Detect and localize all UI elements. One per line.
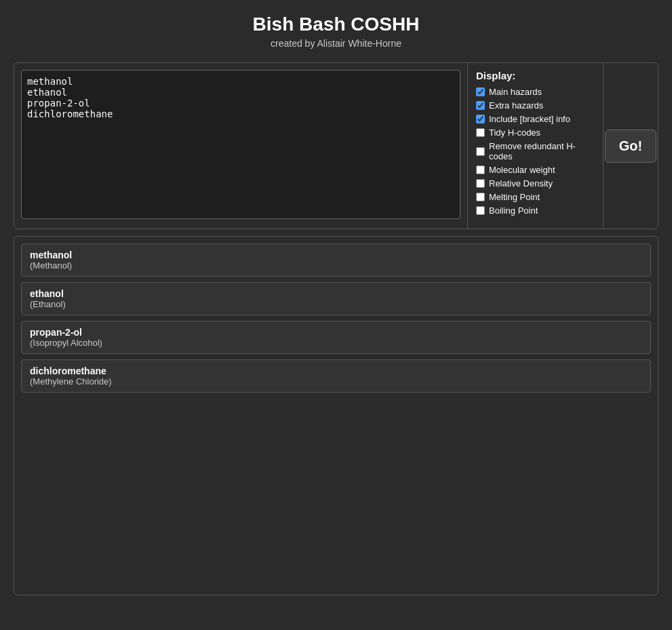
molecular-weight-label[interactable]: Molecular weight: [489, 165, 555, 175]
display-options-panel: Display: Main hazards Extra hazards Incl…: [468, 63, 604, 229]
extra-hazards-checkbox[interactable]: [476, 101, 485, 110]
relative-density-checkbox[interactable]: [476, 179, 485, 188]
checkbox-row-melting-point: Melting Point: [476, 192, 595, 202]
tidy-hcodes-label[interactable]: Tidy H-codes: [489, 127, 540, 138]
chemical-alias-ethanol: (Ethanol): [30, 299, 642, 309]
top-panel: methanol ethanol propan-2-ol dichloromet…: [14, 62, 658, 229]
result-item-dichloromethane: dichloromethane (Methylene Chloride): [21, 359, 651, 393]
molecular-weight-checkbox[interactable]: [476, 165, 485, 174]
extra-hazards-label[interactable]: Extra hazards: [489, 100, 543, 111]
go-button-area: Go!: [604, 63, 658, 229]
include-bracket-label[interactable]: Include [bracket] info: [489, 114, 570, 124]
melting-point-label[interactable]: Melting Point: [489, 192, 540, 202]
page-subtitle: created by Alistair White-Horne: [0, 38, 672, 49]
melting-point-checkbox[interactable]: [476, 193, 485, 201]
display-section-title: Display:: [476, 70, 595, 81]
checkbox-row-relative-density: Relative Density: [476, 178, 595, 189]
remove-redundant-checkbox[interactable]: [476, 147, 485, 156]
chemical-name-methanol: methanol: [30, 250, 642, 260]
chemical-alias-propan2ol: (Isopropyl Alcohol): [30, 338, 642, 348]
boiling-point-checkbox[interactable]: [476, 206, 485, 215]
chemical-alias-methanol: (Methanol): [30, 260, 642, 271]
results-panel: methanol (Methanol) ethanol (Ethanol) pr…: [14, 236, 658, 595]
tidy-hcodes-checkbox[interactable]: [476, 128, 485, 137]
page-header: Bish Bash COSHH created by Alistair Whit…: [0, 0, 672, 56]
chemical-textarea[interactable]: methanol ethanol propan-2-ol dichloromet…: [21, 70, 460, 219]
checkbox-row-include-bracket: Include [bracket] info: [476, 114, 595, 124]
chemical-name-propan2ol: propan-2-ol: [30, 327, 642, 338]
checkbox-row-remove-redundant: Remove redundant H-codes: [476, 141, 595, 161]
checkbox-row-extra-hazards: Extra hazards: [476, 100, 595, 111]
page-title: Bish Bash COSHH: [0, 14, 672, 35]
result-item-methanol: methanol (Methanol): [21, 243, 651, 277]
result-item-ethanol: ethanol (Ethanol): [21, 282, 651, 315]
checkbox-row-molecular-weight: Molecular weight: [476, 165, 595, 175]
main-hazards-checkbox[interactable]: [476, 87, 485, 96]
remove-redundant-label[interactable]: Remove redundant H-codes: [489, 141, 595, 161]
main-hazards-label[interactable]: Main hazards: [489, 87, 542, 97]
boiling-point-label[interactable]: Boiling Point: [489, 205, 538, 216]
chemical-name-dichloromethane: dichloromethane: [30, 366, 642, 376]
checkbox-row-main-hazards: Main hazards: [476, 87, 595, 97]
chemical-alias-dichloromethane: (Methylene Chloride): [30, 376, 642, 387]
go-button[interactable]: Go!: [605, 130, 656, 163]
chemical-input-area: methanol ethanol propan-2-ol dichloromet…: [14, 63, 468, 229]
relative-density-label[interactable]: Relative Density: [489, 178, 553, 189]
chemical-name-ethanol: ethanol: [30, 288, 642, 299]
checkbox-row-boiling-point: Boiling Point: [476, 205, 595, 216]
include-bracket-checkbox[interactable]: [476, 115, 485, 123]
result-item-propan2ol: propan-2-ol (Isopropyl Alcohol): [21, 321, 651, 354]
checkbox-row-tidy-hcodes: Tidy H-codes: [476, 127, 595, 138]
